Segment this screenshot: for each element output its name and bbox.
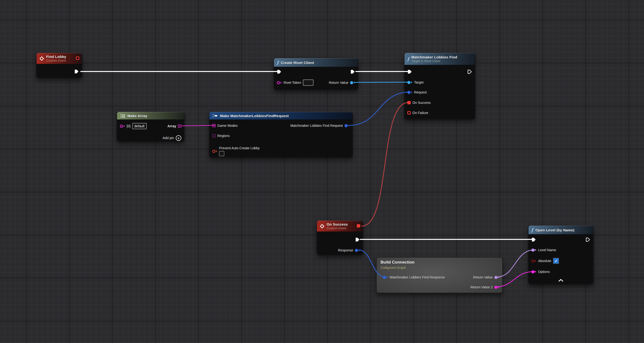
pin-label: Matchmaker Lobbies Find Response — [390, 275, 445, 279]
pin-label: Level Name — [538, 248, 556, 252]
exec-out-pin[interactable] — [74, 69, 79, 74]
pin-label: On Success — [412, 101, 430, 105]
find-request-out-pin[interactable] — [344, 124, 350, 127]
node-build-connection[interactable]: Build Connection Collapsed Graph Matchma… — [376, 257, 502, 293]
pin-label: Options — [538, 270, 550, 274]
wire-layer — [0, 0, 644, 343]
exec-in-row — [531, 236, 536, 243]
level-name-pin[interactable] — [531, 249, 536, 252]
node-title: On Success — [326, 222, 348, 226]
custom-event-icon — [320, 224, 324, 229]
on-success-pin[interactable] — [407, 101, 411, 104]
pin-label: Request — [414, 90, 427, 94]
wire-delegate-to-onsuccess — [362, 102, 408, 226]
pin-row-response-in: Matchmaker Lobbies Find Response — [383, 274, 445, 281]
node-create-rivet-client[interactable]: ƒ Create Rivet Client Rivet Token Return… — [274, 58, 358, 90]
pin-row-return-value-2: Return Value 2 — [470, 284, 500, 291]
pin-row-rivet-token: Rivet Token — [277, 79, 314, 86]
pin-row-on-failure: On Failure — [407, 109, 428, 116]
node-on-success-event[interactable]: On Success Custom Event Response — [317, 220, 363, 255]
exec-out-row — [586, 236, 590, 243]
regions-pin[interactable] — [212, 134, 216, 137]
return-value-pin[interactable] — [350, 81, 355, 84]
exec-out-pin[interactable] — [350, 69, 355, 74]
exec-out-row — [355, 236, 360, 243]
pin-label: [0] — [127, 124, 130, 128]
rivet-token-input[interactable] — [303, 79, 314, 86]
pin-row-game-modes: Game Modes — [212, 122, 238, 129]
pin-label: Return Value 2 — [470, 285, 493, 289]
add-pin-button[interactable]: + — [176, 135, 181, 141]
node-open-level[interactable]: ƒ Open Level (by Name) Level Name Absolu… — [528, 225, 594, 284]
absolute-checkbox[interactable]: ✓ — [553, 258, 559, 264]
request-pin[interactable] — [407, 91, 412, 94]
pin-label: Rivet Token — [284, 81, 301, 84]
exec-out-pin[interactable] — [467, 69, 472, 74]
pin-row-on-success: On Success — [407, 99, 430, 106]
on-failure-pin[interactable] — [407, 111, 411, 114]
pin-row-return-value: Return Value — [329, 79, 355, 86]
function-icon: ƒ — [407, 57, 409, 61]
exec-in-pin[interactable] — [277, 69, 282, 74]
array-elem0-pin[interactable] — [120, 125, 125, 128]
node-matchmaker-lobbies-find[interactable]: ƒ Matchmaker Lobbies Find Target is Rive… — [404, 53, 475, 119]
delegate-pin[interactable] — [76, 56, 79, 60]
node-subtitle: Target is Rivet Client — [412, 59, 458, 63]
exec-out-row — [350, 68, 355, 75]
node-title: Find Lobby — [46, 55, 66, 59]
return-value-pin[interactable] — [494, 276, 500, 279]
node-title: Make MatchmakerLobbiesFindRequest — [220, 114, 289, 118]
exec-out-pin[interactable] — [355, 237, 360, 242]
node-subtitle: Custom Event — [46, 59, 66, 62]
prevent-auto-create-lobby-checkbox[interactable] — [219, 151, 224, 156]
pin-row-target: Target — [407, 79, 424, 86]
pin-label: Absolute — [538, 259, 551, 263]
custom-event-icon — [40, 56, 44, 61]
add-pin-label: Add pin — [163, 136, 174, 140]
pin-label: Matchmaker Lobbies Find Request — [290, 124, 343, 128]
pin-row-absolute: Absolute ✓ — [531, 257, 559, 265]
exec-in-row — [277, 68, 282, 75]
pin-row-request: Request — [407, 89, 427, 96]
pin-label: Game Modes — [217, 124, 238, 128]
pin-row-regions: Regions — [212, 132, 230, 139]
game-modes-pin[interactable] — [212, 124, 216, 127]
response-in-pin[interactable] — [383, 276, 388, 279]
options-pin[interactable] — [531, 270, 536, 274]
exec-in-row — [407, 68, 412, 75]
delegate-pin[interactable] — [357, 224, 360, 228]
pin-row-return-value: Return Value — [473, 274, 500, 281]
return-value-2-pin[interactable] — [494, 286, 500, 289]
node-title: Make Array — [128, 114, 147, 118]
exec-out-row — [467, 68, 472, 75]
array-elem0-input[interactable]: default — [132, 123, 147, 129]
blueprint-graph-canvas[interactable]: Find Lobby Custom Event ƒ Create Rivet C… — [0, 0, 644, 343]
pin-label: Array — [167, 124, 176, 128]
collapse-pins-chevron-icon[interactable] — [558, 278, 564, 283]
node-title: Matchmaker Lobbies Find — [412, 55, 458, 59]
node-find-lobby[interactable]: Find Lobby Custom Event — [36, 53, 82, 78]
pin-row-options: Options — [531, 268, 550, 275]
node-subtitle: Collapsed Graph — [380, 266, 406, 270]
pin-label: Response — [338, 248, 353, 252]
node-title: Build Connection — [380, 260, 414, 265]
node-make-matchmakerlobbiesfindrequest[interactable]: Make MatchmakerLobbiesFindRequest Game M… — [209, 112, 353, 157]
rivet-token-pin[interactable] — [277, 81, 282, 84]
array-out-pin[interactable] — [178, 124, 181, 128]
pin-label: Target — [414, 80, 424, 84]
node-make-array[interactable]: Make Array [0] default Array Add pin + — [117, 112, 184, 142]
exec-out-pin[interactable] — [586, 237, 590, 242]
target-pin[interactable] — [407, 81, 412, 84]
make-array-icon — [120, 114, 125, 118]
absolute-pin[interactable] — [531, 259, 536, 263]
node-title: Create Rivet Client — [281, 61, 314, 65]
prevent-auto-create-lobby-pin[interactable] — [212, 150, 217, 153]
node-subtitle: Custom Event — [326, 226, 348, 230]
exec-in-pin[interactable] — [407, 69, 412, 74]
exec-in-pin[interactable] — [531, 237, 536, 242]
make-struct-icon — [212, 114, 218, 118]
wire-returnvalue-to-target — [355, 82, 410, 82]
function-icon: ƒ — [277, 60, 279, 65]
response-pin[interactable] — [355, 249, 360, 252]
add-pin-row: Add pin + — [163, 134, 181, 142]
